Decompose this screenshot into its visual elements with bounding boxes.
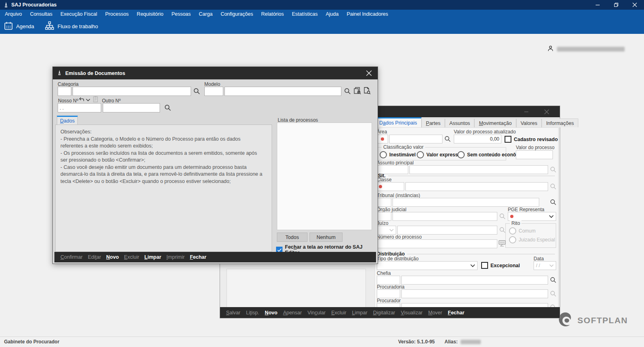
area-code-field[interactable] — [377, 135, 388, 143]
barcode-reader-icon[interactable] — [498, 239, 506, 247]
emissao-close-button[interactable] — [366, 70, 374, 76]
excluir-button[interactable]: Excluir — [124, 254, 139, 260]
tribunal-code-field[interactable] — [377, 198, 391, 207]
data-select[interactable]: / / — [534, 261, 556, 270]
close-button[interactable] — [625, 0, 644, 10]
minimize-button[interactable] — [588, 0, 607, 10]
tab-dados[interactable]: Dados — [57, 116, 78, 125]
confirmar-button[interactable]: Confirmar — [60, 254, 83, 260]
radio-rito-comum[interactable]: Comum — [509, 227, 536, 235]
tribunal-search-icon[interactable] — [550, 199, 557, 206]
classe-search-icon[interactable] — [550, 183, 557, 190]
menu-item-estatisticas[interactable]: Estatísticas — [288, 10, 322, 19]
chefia-code-field[interactable] — [377, 276, 400, 285]
numero-search-icon[interactable] — [164, 104, 171, 111]
chefia-name-field[interactable] — [401, 276, 548, 285]
apensar-button[interactable]: Apensar — [283, 310, 302, 316]
juizo-instancia-select[interactable] — [377, 226, 396, 235]
cadastro-process-list[interactable] — [226, 269, 366, 312]
restore-button[interactable] — [607, 0, 625, 10]
radio-inestimavel[interactable]: Inestimável — [380, 151, 415, 158]
fechar-button[interactable]: Fechar — [190, 254, 206, 260]
procuradoria-search-icon[interactable] — [550, 290, 557, 297]
imprimir-button[interactable]: Imprimir — [166, 254, 185, 260]
undo-icon[interactable] — [79, 97, 85, 103]
numero-processo-field[interactable] — [377, 239, 497, 248]
fluxo-trabalho-button[interactable]: Fluxo de trabalho — [45, 21, 98, 32]
limpar-button[interactable]: Limpar — [144, 254, 161, 260]
menu-item-ajuda[interactable]: Ajuda — [322, 10, 343, 19]
procurador-label: Procurador — [377, 298, 401, 303]
juizo-name-field[interactable] — [397, 226, 497, 235]
menu-item-configuracoes[interactable]: Configurações — [216, 10, 257, 19]
novo-button[interactable]: Novo — [106, 254, 119, 260]
menu-item-consultas[interactable]: Consultas — [26, 10, 56, 19]
radio-valor-expresso[interactable]: Valor expresso — [417, 151, 461, 158]
outro-numero-field[interactable] — [103, 103, 160, 112]
fechar-button[interactable]: Fechar — [448, 310, 464, 316]
cadastro-minimize-button[interactable] — [516, 106, 536, 117]
excepcional-checkbox[interactable]: Excepcional — [481, 262, 520, 269]
nenhum-button[interactable]: Nenhum — [310, 233, 343, 242]
classe-code-field[interactable] — [377, 182, 404, 191]
assunto-search-icon[interactable] — [550, 166, 557, 173]
area-search-icon[interactable] — [444, 135, 451, 142]
digitalizar-button[interactable]: Digitalizar — [373, 310, 395, 316]
orgao-name-field[interactable] — [393, 212, 497, 221]
tab-informacoes[interactable]: Informações — [542, 118, 578, 127]
cadastro-revisado-checkbox[interactable]: Cadastro revisado — [505, 136, 558, 143]
lista-processos-list[interactable] — [277, 123, 372, 230]
modelo-code-field[interactable] — [204, 87, 223, 96]
limpar-button[interactable]: Limpar — [352, 310, 367, 316]
menu-item-processos[interactable]: Processos — [101, 10, 133, 19]
chevron-down-icon[interactable] — [86, 98, 90, 102]
excluir-button[interactable]: Excluir — [331, 310, 347, 316]
menu-item-relatorios[interactable]: Relatórios — [257, 10, 288, 19]
tribunal-label: Tribunal (instâncias) — [377, 193, 420, 198]
menu-item-arquivo[interactable]: Arquivo — [1, 10, 26, 19]
tribunal-name-field[interactable] — [393, 198, 539, 207]
radio-rito-juizado[interactable]: Juizado Especial — [509, 236, 555, 243]
menu-item-pessoas[interactable]: Pessoas — [167, 10, 195, 19]
categoria-code-field[interactable] — [58, 87, 71, 96]
juizo-search-icon[interactable] — [499, 226, 506, 233]
area-name-field[interactable] — [389, 135, 442, 143]
editar-button[interactable]: Editar — [88, 254, 101, 260]
orgao-code-field[interactable] — [377, 212, 391, 221]
modelo-search-icon[interactable] — [344, 87, 351, 95]
agenda-button[interactable]: Agenda — [4, 21, 34, 31]
orgao-search-icon[interactable] — [499, 213, 506, 220]
document-search-icon[interactable] — [363, 87, 371, 95]
mover-button[interactable]: Mover — [428, 310, 442, 316]
copy-search-icon[interactable] — [353, 87, 361, 95]
chefia-search-icon[interactable] — [550, 276, 557, 283]
tab-movimentacao[interactable]: Movimentação — [474, 118, 516, 127]
nosso-numero-field[interactable]: . . — [58, 103, 101, 112]
tipo-distribuicao-select[interactable] — [377, 261, 478, 270]
categoria-name-field[interactable] — [73, 87, 191, 96]
tab-partes[interactable]: Partes — [422, 118, 445, 127]
pge-representa-select[interactable] — [508, 212, 556, 221]
tab-dados-principais[interactable]: Dados Principais — [375, 117, 422, 127]
tab-valores[interactable]: Valores — [516, 118, 542, 127]
cadastro-close-button[interactable] — [536, 106, 557, 117]
clipboard-icon[interactable] — [93, 96, 98, 102]
salvar-button[interactable]: Salvar — [226, 310, 240, 316]
todos-button[interactable]: Todos — [277, 233, 307, 242]
menu-item-requisitorio[interactable]: Requisitório — [133, 10, 167, 19]
classe-name-field[interactable] — [405, 182, 548, 191]
menu-item-painel-indicadores[interactable]: Painel Indicadores — [343, 10, 392, 19]
menu-item-carga[interactable]: Carga — [195, 10, 216, 19]
visualizar-button[interactable]: Visualizar — [401, 310, 423, 316]
menu-item-execucao-fiscal[interactable]: Execução Fiscal — [56, 10, 101, 19]
valor-atualizado-field[interactable]: 0,00 — [454, 135, 501, 143]
novo-button[interactable]: Novo — [265, 310, 277, 316]
procuradoria-name-field[interactable] — [401, 289, 548, 298]
categoria-search-icon[interactable] — [193, 87, 200, 95]
valor-processo-field[interactable] — [516, 150, 553, 159]
tab-assuntos[interactable]: Assuntos — [445, 118, 474, 127]
modelo-name-field[interactable] — [224, 87, 341, 96]
procuradoria-code-field[interactable] — [377, 289, 400, 298]
litisp-button[interactable]: Litisp. — [246, 310, 259, 316]
vincular-button[interactable]: Vincular — [307, 310, 326, 316]
